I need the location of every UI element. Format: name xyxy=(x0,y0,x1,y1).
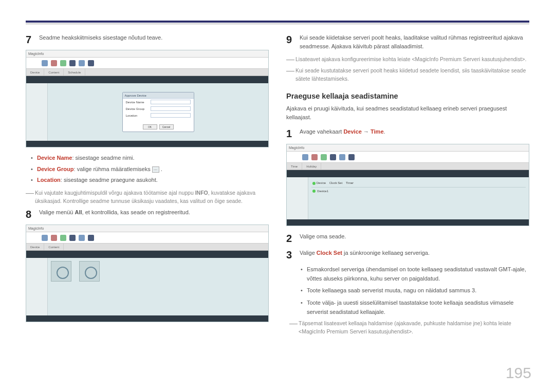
note-r2: ― Kui seade kustutatakse serveri poolt h… xyxy=(286,67,529,83)
section-title-time: Praeguse kellaaja seadistamine xyxy=(286,92,529,100)
step-3-sublist: Esmakordsel serveriga ühendamisel on too… xyxy=(301,265,529,316)
left-column: 7 Seadme heakskiitmiseks sisestage nõutu… xyxy=(26,33,269,339)
dialog-label: Location xyxy=(126,114,149,117)
dialog-title: Approve Device xyxy=(123,92,194,99)
step-3-text: Valige Clock Set ja sünkroonige kellaaeg… xyxy=(300,249,529,257)
device-fields-list: Device Name: sisestage seadme nimi. Devi… xyxy=(31,154,269,185)
label-device-name: Device Name xyxy=(37,155,72,161)
step-8: 8 Valige menüü All, et kontrollida, kas … xyxy=(26,208,269,219)
note-r3-text: Täpsemat lisateavet kellaaja haldamise (… xyxy=(299,320,529,336)
toolbar-icon xyxy=(60,60,66,66)
step-9-text: Kui seade kiidetakse serveri poolt heaks… xyxy=(300,33,529,50)
bullet-device-group: Device Group: valige rühma määratlemisek… xyxy=(31,165,269,174)
screenshot-tabs: Device Content xyxy=(26,244,268,251)
screenshot-tab: Time xyxy=(287,163,302,170)
header-rule-thin xyxy=(26,24,529,24)
step-2-text: Valige oma seade. xyxy=(300,232,529,241)
screenshot-footer xyxy=(287,219,529,226)
screenshot-tab: Holiday xyxy=(302,163,321,170)
device-thumbnail xyxy=(51,261,71,282)
dash-icon: ― xyxy=(289,320,299,336)
note-r1: ― Lisateavet ajakava konfigureerimise ko… xyxy=(286,55,529,64)
toolbar-icon xyxy=(69,235,76,241)
step-number-7: 7 xyxy=(26,33,39,45)
toolbar-icon xyxy=(69,60,76,66)
step-2: 2 Valige oma seade. xyxy=(286,232,529,244)
toolbar-icon xyxy=(51,60,57,66)
step-number-2: 2 xyxy=(286,232,300,244)
dialog-cancel-button: Cancel xyxy=(159,124,174,129)
dialog-input xyxy=(151,100,191,104)
toolbar-icon xyxy=(79,60,85,66)
toolbar-icon xyxy=(60,235,66,241)
page-number: 195 xyxy=(506,364,531,382)
note-r1-text: Lisateavet ajakava konfigureerimise koht… xyxy=(295,55,529,64)
approve-dialog: Approve Device Device Name Device Group … xyxy=(122,92,194,132)
toolbar-icon xyxy=(51,235,57,241)
toolbar-icon xyxy=(88,235,94,241)
dash-icon: ― xyxy=(286,67,295,83)
screenshot-titlebar: MagicInfo xyxy=(26,50,268,58)
toolbar-icon xyxy=(42,235,48,241)
dialog-buttons: OK Cancel xyxy=(123,124,194,129)
screenshot-footer xyxy=(26,315,268,322)
status-led-icon xyxy=(312,182,316,185)
header-rule-thick xyxy=(26,21,529,23)
screenshot-titlebar: MagicInfo xyxy=(287,144,529,152)
screenshot-tabs: Device Content Schedule xyxy=(26,69,268,76)
screenshot-tab: Content xyxy=(44,244,64,250)
text-device-name: : sisestage seadme nimi. xyxy=(72,155,135,161)
step-8-text: Valige menüü All, et kontrollida, kas se… xyxy=(39,208,269,217)
step-7: 7 Seadme heakskiitmiseks sisestage nõutu… xyxy=(26,33,269,45)
status-led-icon xyxy=(312,190,316,193)
toolbar-icon xyxy=(79,235,85,241)
screenshot-footer xyxy=(26,141,268,147)
screenshot-darkbar xyxy=(287,170,529,177)
toolbar-icon xyxy=(330,154,336,160)
label-location: Location xyxy=(37,177,61,183)
text-location: : sisestage seadme praegune asukoht. xyxy=(61,177,158,183)
dash-icon: ― xyxy=(26,189,35,206)
table-row: Device1 xyxy=(311,188,526,195)
toolbar-icon xyxy=(348,154,355,160)
sub-bullet-2: Toote kellaaega saab serverist muuta, na… xyxy=(301,286,529,295)
screenshot-device-time: MagicInfo Time Holiday Devi xyxy=(286,144,529,226)
toolbar-icon xyxy=(88,60,94,66)
bullet-location: Location: sisestage seadme praegune asuk… xyxy=(31,176,269,185)
note-r3: ― Täpsemat lisateavet kellaaja haldamise… xyxy=(289,320,529,336)
two-column-layout: 7 Seadme heakskiitmiseks sisestage nõutu… xyxy=(26,33,529,339)
bullet-device-name: Device Name: sisestage seadme nimi. xyxy=(31,154,269,163)
screenshot-sidebar xyxy=(26,83,48,147)
screenshot-body: Approve Device Device Name Device Group … xyxy=(48,83,268,141)
toolbar-icon xyxy=(321,154,327,160)
step-3: 3 Valige Clock Set ja sünkroonige kellaa… xyxy=(286,249,529,260)
info-note-text: Kui vajutate kaugjuhtimispuldil võrgu aj… xyxy=(35,189,269,206)
screenshot-tabs: Time Holiday xyxy=(287,163,529,170)
step-1-text: Avage vahekaart Device → Time. xyxy=(300,127,529,136)
label-device-group: Device Group xyxy=(37,166,74,172)
screenshot-titlebar: MagicInfo xyxy=(26,225,268,232)
step-9: 9 Kui seade kiidetakse serveri poolt hea… xyxy=(286,33,529,50)
screenshot-toolbar xyxy=(287,152,529,163)
sub-bullet-1: Esmakordsel serveriga ühendamisel on too… xyxy=(301,265,529,283)
table-header-row: Device Clock Set Timer xyxy=(311,179,526,187)
step-number-8: 8 xyxy=(26,208,39,219)
browse-icon xyxy=(152,166,159,173)
section-description: Ajakava ei pruugi käivituda, kui seadmes… xyxy=(286,104,529,121)
screenshot-tab: Device xyxy=(26,244,44,250)
step-7-text: Seadme heakskiitmiseks sisestage nõutud … xyxy=(39,33,269,42)
screenshot-approve-device: MagicInfo Device Content Schedule xyxy=(26,50,269,147)
screenshot-toolbar xyxy=(26,232,268,244)
dialog-label: Device Name xyxy=(126,101,149,104)
dash-icon: ― xyxy=(286,55,295,64)
step-1: 1 Avage vahekaart Device → Time. xyxy=(286,127,529,139)
sub-bullet-3: Toote välja- ja uuesti sisselülitamisel … xyxy=(301,298,529,316)
header-accent-bar xyxy=(26,21,72,23)
screenshot-body xyxy=(48,258,268,315)
dialog-label: Device Group xyxy=(126,107,149,110)
dialog-input xyxy=(151,113,191,118)
right-column: 9 Kui seade kiidetakse serveri poolt hea… xyxy=(286,33,529,339)
step-number-1: 1 xyxy=(286,127,300,139)
toolbar-icon xyxy=(42,60,48,66)
device-thumbnail xyxy=(79,261,100,282)
